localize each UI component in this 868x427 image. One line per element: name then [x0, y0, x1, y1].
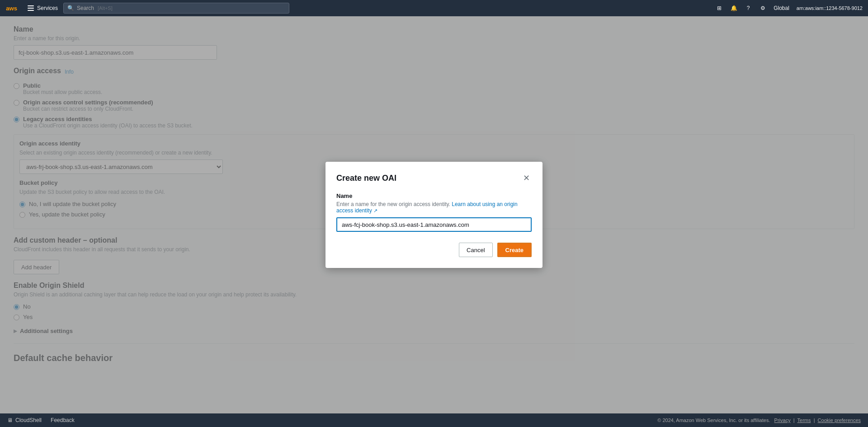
- svg-text:aws: aws: [6, 5, 17, 12]
- terms-link[interactable]: Terms: [797, 418, 811, 423]
- search-bar[interactable]: 🔍 Search [Alt+S]: [63, 3, 289, 14]
- services-label: Services: [37, 5, 58, 11]
- terminal-icon: 🖥: [7, 417, 13, 423]
- cloudshell-label: CloudShell: [15, 417, 42, 423]
- search-placeholder: Search: [77, 5, 94, 11]
- nav-icon-settings[interactable]: ⚙: [759, 5, 766, 12]
- copyright-text: © 2024, Amazon Web Services, Inc. or its…: [657, 418, 770, 423]
- feedback-label: Feedback: [51, 417, 75, 423]
- nav-icon-help[interactable]: ?: [745, 5, 752, 12]
- region-selector[interactable]: Global: [774, 5, 789, 11]
- modal-close-button[interactable]: ✕: [521, 173, 532, 183]
- svg-rect-3: [28, 10, 34, 11]
- modal-header: Create new OAI ✕: [336, 173, 532, 183]
- modal-name-label: Name: [336, 192, 532, 199]
- cancel-button[interactable]: Cancel: [459, 243, 492, 257]
- modal-title: Create new OAI: [336, 174, 396, 183]
- modal-name-hint: Enter a name for the new origin access i…: [336, 201, 532, 214]
- nav-icon-bell[interactable]: 🔔: [730, 5, 737, 12]
- svg-rect-1: [28, 5, 34, 6]
- user-menu[interactable]: arn:aws:iam::1234-5678-9012: [797, 5, 863, 11]
- modal-name-input[interactable]: [336, 217, 532, 232]
- top-navigation: aws Services 🔍 Search [Alt+S] ⊞ 🔔 ? ⚙ Gl…: [0, 0, 868, 16]
- services-menu[interactable]: Services: [27, 5, 58, 12]
- bottom-bar: 🖥 CloudShell Feedback © 2024, Amazon Web…: [0, 413, 868, 427]
- aws-logo[interactable]: aws: [5, 3, 22, 13]
- modal-actions: Cancel Create: [336, 243, 532, 257]
- search-shortcut: [Alt+S]: [98, 5, 113, 11]
- modal-overlay: Create new OAI ✕ Name Enter a name for t…: [0, 16, 868, 413]
- feedback-button[interactable]: Feedback: [51, 417, 75, 423]
- external-link-icon: ↗: [373, 208, 377, 213]
- cookie-link[interactable]: Cookie preferences: [818, 418, 861, 423]
- svg-rect-2: [28, 8, 34, 9]
- modal-name-hint-text: Enter a name for the new origin access i…: [336, 201, 450, 207]
- create-button[interactable]: Create: [497, 243, 532, 257]
- cloudshell-button[interactable]: 🖥 CloudShell: [7, 417, 42, 423]
- nav-right-section: ⊞ 🔔 ? ⚙ Global arn:aws:iam::1234-5678-90…: [716, 5, 863, 12]
- nav-icon-apps[interactable]: ⊞: [716, 5, 723, 12]
- create-oai-modal: Create new OAI ✕ Name Enter a name for t…: [326, 162, 542, 268]
- privacy-link[interactable]: Privacy: [774, 418, 791, 423]
- footer-right: © 2024, Amazon Web Services, Inc. or its…: [657, 418, 861, 423]
